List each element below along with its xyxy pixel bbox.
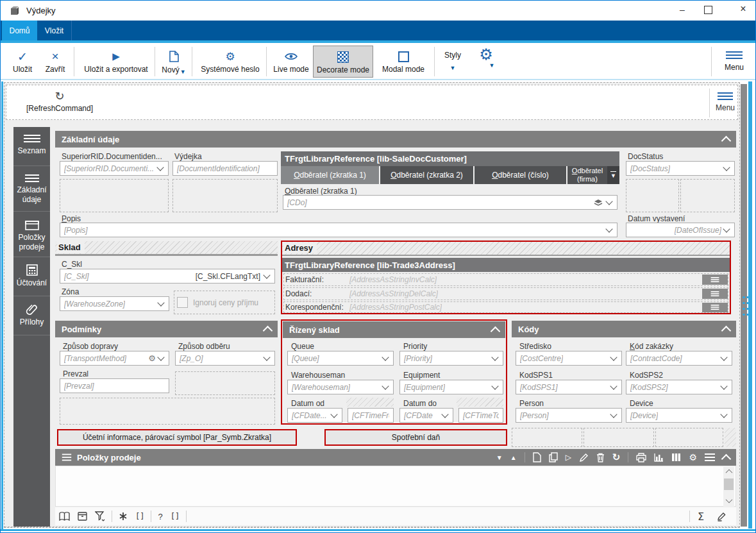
superior-combo[interactable]: [SuperiorRID.Documenti...	[60, 161, 169, 176]
chart-icon[interactable]	[654, 453, 664, 462]
modal-mode-button[interactable]: Modal mode	[378, 48, 429, 74]
time-from-input[interactable]: [CFTimeFro	[348, 408, 394, 423]
customer-tab-zkratka1[interactable]: Odběratel (zkratka 1)	[281, 166, 379, 184]
customer-tabs-overflow-button[interactable]: ▼	[607, 166, 619, 184]
cskl-combo[interactable]: [C_Skl] [C_Skl.CFLangTxt]	[60, 269, 275, 283]
caret-up-icon[interactable]: ▲	[510, 454, 517, 461]
docstatus-combo[interactable]: [DocStatus]	[626, 161, 735, 176]
priority-combo[interactable]: [Priority]	[399, 351, 503, 366]
settings-button[interactable]: ⚙ ▼	[473, 46, 500, 69]
new-record-icon[interactable]	[533, 452, 541, 462]
question-icon[interactable]: ?	[158, 512, 162, 521]
copy-icon[interactable]	[549, 452, 558, 462]
save-export-button[interactable]: ▶ Uložit a exportovat	[79, 48, 153, 74]
system-password-button[interactable]: ⚙ Systémové heslo	[197, 48, 264, 74]
sidebar-item-prilohy[interactable]: Přílohy	[13, 297, 50, 335]
sidebar-item-zakladni-udaje[interactable]: Základní údaje	[13, 167, 50, 212]
accounting-info-button[interactable]: Účetní informace, párovací symbol [Par_S…	[57, 429, 297, 446]
maximize-button[interactable]	[704, 6, 712, 14]
save-button[interactable]: ✓ Uložit	[7, 48, 38, 74]
section-header-podminky[interactable]: Podmínky	[55, 321, 278, 337]
archive-box-icon[interactable]	[78, 512, 87, 521]
items-grid-area[interactable]	[55, 466, 736, 507]
minimize-button[interactable]: –	[673, 4, 692, 17]
columns-icon[interactable]	[671, 453, 681, 462]
gear-icon[interactable]: ⚙	[689, 452, 697, 462]
scroll-up-icon[interactable]	[726, 470, 733, 477]
collapse-icon[interactable]	[721, 136, 732, 146]
odber-combo[interactable]: [Zp_O]	[175, 351, 275, 366]
sidebar-item-seznam[interactable]: Seznam	[13, 127, 50, 166]
live-mode-button[interactable]: Live mode	[270, 48, 312, 74]
equipment-combo[interactable]: [Equipment]	[399, 380, 503, 394]
tab-vlozit[interactable]: Vložit	[37, 21, 72, 40]
layers-icon[interactable]	[594, 199, 603, 207]
customer-tab-zkratka2[interactable]: Odběratel (zkratka 2)	[380, 166, 473, 184]
book-icon[interactable]	[59, 512, 70, 521]
filter-icon[interactable]	[95, 511, 105, 521]
close-button[interactable]: ×	[734, 3, 753, 17]
brackets-icon[interactable]: []	[135, 512, 144, 521]
doprava-combo[interactable]: [TransportMethod] ⚙	[60, 351, 169, 366]
command-bar-menu-button[interactable]: Menu	[713, 90, 737, 112]
sidebar-item-uctovani[interactable]: Účtování	[13, 258, 50, 296]
collapse-icon[interactable]	[721, 326, 732, 336]
section-header-kody[interactable]: Kódy	[512, 321, 736, 337]
customer-tab-firma[interactable]: Odběratel (firma)	[567, 166, 607, 184]
tab-domu[interactable]: Domů	[2, 21, 37, 40]
trash-icon[interactable]	[596, 453, 605, 462]
sum-icon[interactable]: Σ	[698, 511, 704, 523]
kod-zakazky-combo[interactable]: [ContractCode]	[626, 351, 732, 366]
datum-do-combo[interactable]: [CFDate	[399, 408, 453, 423]
items-scrollbar[interactable]	[723, 467, 734, 507]
refresh-command-button[interactable]: ↻ [RefreshCommand]	[12, 89, 108, 113]
hamburger-icon[interactable]	[705, 452, 715, 463]
zona-combo[interactable]: [WarehouseZone]	[60, 296, 169, 311]
ribbon-menu-button[interactable]: Menu	[718, 49, 751, 72]
customer-tab-cislo[interactable]: Odběratel (číslo)	[475, 166, 566, 184]
decorate-mode-button[interactable]: Decorate mode	[313, 46, 373, 78]
datum-od-combo[interactable]: [CFDate...	[287, 408, 342, 423]
new-button[interactable]: Nový▼	[158, 48, 189, 75]
queue-combo[interactable]: [Queue]	[287, 351, 394, 366]
collapse-icon[interactable]	[721, 453, 732, 464]
kodsps2-combo[interactable]: [KodSPS2]	[626, 380, 732, 394]
section-header-polozky-prodeje[interactable]: Položky prodeje ▼ ▲ ▷ ↻ ⚙	[55, 449, 736, 466]
sidebar-item-polozky-prodeje[interactable]: Položky prodeje	[13, 212, 50, 257]
checkbox[interactable]	[177, 297, 188, 308]
caret-down-icon[interactable]: ▼	[496, 454, 503, 461]
vydejka-input[interactable]: [DocumentIdentification]	[172, 161, 278, 176]
popis-combo[interactable]: [Popis]	[60, 223, 617, 237]
styles-button[interactable]: Styly ▼	[439, 51, 466, 71]
collapse-icon[interactable]	[263, 326, 273, 336]
warehouseman-combo[interactable]: [Warehouseman]	[287, 380, 394, 394]
stredisko-combo[interactable]: [CostCentre]	[516, 351, 622, 366]
cdo-combo[interactable]: [CDo]	[283, 195, 617, 210]
section-header-zakladni-udaje[interactable]: Základní údaje	[55, 131, 736, 148]
edit-pencil-icon[interactable]	[717, 512, 727, 521]
asterisk-icon[interactable]	[119, 512, 128, 521]
ribbon-tab-band: Domů Vložit	[1, 21, 755, 40]
brackets-icon[interactable]: []	[171, 512, 180, 521]
address-menu-button[interactable]	[702, 289, 728, 299]
run-icon[interactable]: ▷	[566, 453, 571, 462]
scroll-thumb[interactable]	[724, 478, 734, 490]
device-combo[interactable]: [Device]	[626, 408, 732, 423]
prevzal-input[interactable]: [Prevzal]	[60, 378, 169, 393]
collapse-icon[interactable]	[491, 326, 501, 337]
refresh-icon[interactable]: ↻	[612, 452, 621, 463]
scroll-down-icon[interactable]	[726, 496, 733, 503]
printer-icon[interactable]	[636, 453, 646, 462]
close-doc-button[interactable]: × Zavřít	[40, 48, 70, 74]
excise-tax-button[interactable]: Spotřební daň	[324, 429, 507, 446]
section-header-rizeny-sklad[interactable]: Řízený sklad	[283, 321, 505, 338]
address-menu-button[interactable]	[702, 303, 728, 312]
grip-dots[interactable]	[742, 294, 752, 316]
date-of-issue-combo[interactable]: [DateOfIssue]	[626, 223, 735, 237]
pencil-icon[interactable]	[579, 453, 589, 462]
gear-icon[interactable]: ⚙	[148, 353, 156, 363]
address-menu-button[interactable]	[702, 275, 728, 285]
kodsps1-combo[interactable]: [KodSPS1]	[516, 380, 622, 394]
time-to-input[interactable]: [CFTimeTo]	[458, 408, 503, 423]
person-combo[interactable]: [Person]	[516, 408, 622, 423]
